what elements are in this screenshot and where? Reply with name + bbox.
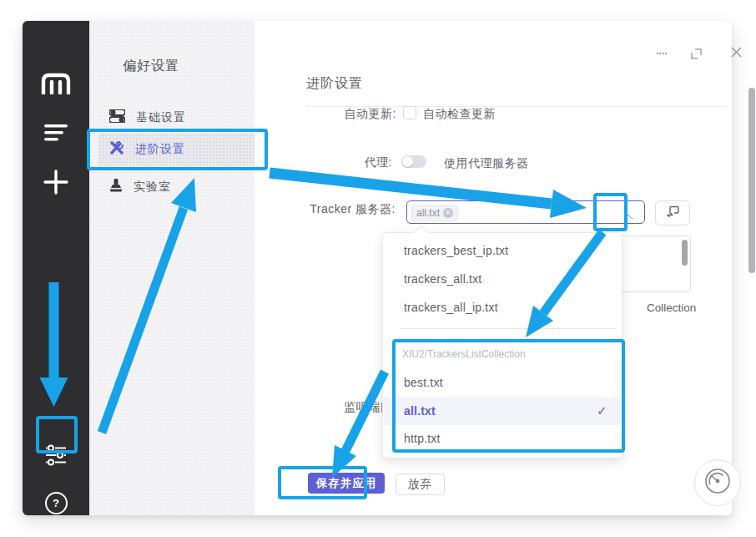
annotation-box-advanced-settings [87, 129, 268, 170]
annotation-box-dropdown-group [392, 339, 625, 453]
annotation-box-chevron [593, 193, 627, 231]
dropdown-divider [400, 328, 617, 329]
tracker-tag-label: all.txt [416, 207, 440, 219]
auto-update-checkbox[interactable] [403, 106, 416, 119]
discard-button[interactable]: 放弃 [396, 474, 445, 495]
tracker-tag: all.txt × [411, 205, 458, 221]
app-window: ? 偏好设置 基础设置 [23, 21, 732, 515]
help-icon[interactable]: ? [23, 492, 89, 514]
speed-button[interactable] [694, 459, 741, 506]
sync-tracker-button[interactable] [655, 200, 690, 225]
sidebar-item-lab[interactable]: 实验室 [98, 171, 260, 203]
motrix-logo [23, 73, 89, 94]
sync-icon [666, 205, 680, 221]
close-button[interactable] [730, 46, 743, 62]
annotation-box-settings-icon [36, 416, 78, 453]
help-glyph: ? [53, 497, 59, 509]
basic-settings-icon [109, 109, 125, 126]
main-scrollbar[interactable] [748, 88, 755, 273]
restore-button[interactable] [691, 48, 702, 63]
textarea-scrollbar[interactable] [682, 240, 688, 266]
auto-update-label: 自动更新: [300, 107, 396, 122]
sidebar-item-label: 基础设置 [136, 110, 186, 125]
dropdown-item[interactable]: trackers_all.txt [404, 272, 481, 286]
screenshot-stage: ? 偏好设置 基础设置 [0, 0, 756, 537]
speedometer-icon [704, 468, 731, 498]
task-list-icon[interactable] [23, 123, 89, 143]
dropdown-item[interactable]: trackers_best_ip.txt [404, 244, 508, 257]
sidebar-item-label: 实验室 [134, 180, 171, 195]
proxy-label: 代理: [296, 155, 392, 170]
tracker-server-label: Tracker 服务器: [298, 202, 396, 217]
collection-text-fragment: Collection [647, 301, 696, 314]
lab-icon [109, 179, 123, 196]
preferences-panel: 偏好设置 基础设置 [89, 21, 255, 515]
annotation-box-save-button [278, 466, 367, 499]
proxy-toggle[interactable] [401, 155, 426, 168]
panel-title: 偏好设置 [123, 58, 179, 75]
add-task-icon[interactable] [23, 169, 89, 195]
tag-close-icon[interactable]: × [443, 208, 453, 218]
page-title: 进阶设置 [306, 75, 363, 93]
proxy-toggle-label: 使用代理服务器 [444, 156, 529, 171]
auto-update-checkbox-label: 自动检查更新 [423, 107, 496, 122]
dropdown-item[interactable]: trackers_all_ip.txt [404, 301, 498, 314]
minimize-button[interactable] [657, 53, 668, 54]
